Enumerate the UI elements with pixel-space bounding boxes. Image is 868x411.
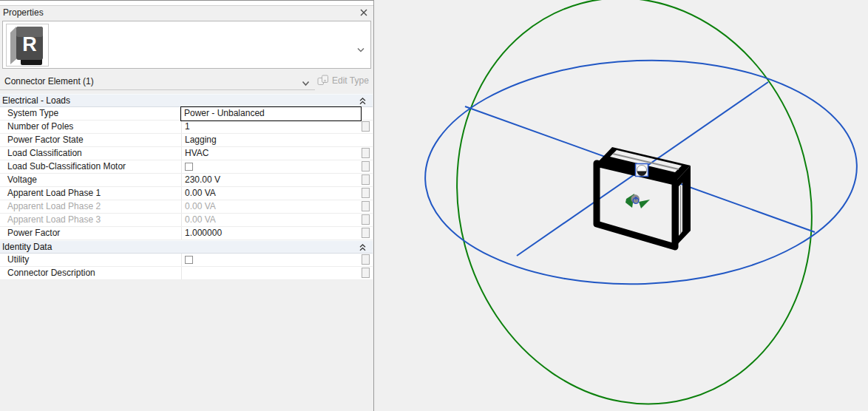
property-label: System Type: [0, 107, 177, 120]
edit-type-button[interactable]: Edit Type: [317, 72, 373, 90]
property-value[interactable]: 0.00 VA: [182, 200, 360, 214]
property-label: Voltage: [0, 174, 177, 186]
property-label: Apparent Load Phase 2: [0, 200, 177, 213]
close-icon[interactable]: [359, 8, 368, 17]
properties-table: Electrical - LoadsSystem TypePower - Unb…: [0, 94, 373, 280]
property-row: Power Factor1.000000: [0, 227, 373, 240]
property-label: Apparent Load Phase 1: [0, 187, 177, 200]
property-label: Load Classification: [0, 147, 177, 160]
svg-text:R: R: [22, 33, 37, 55]
property-label: Apparent Load Phase 3: [0, 214, 177, 226]
connector-box[interactable]: [597, 147, 691, 247]
property-label: Number of Poles: [0, 120, 177, 133]
property-value[interactable]: 230.00 V: [182, 174, 360, 187]
associate-parameter-button[interactable]: [362, 121, 370, 132]
element-selector-row: Connector Element (1) Edit Type: [0, 72, 374, 91]
associate-parameter-button[interactable]: [362, 228, 370, 238]
property-row: Voltage230.00 V: [0, 174, 373, 187]
edit-type-label: Edit Type: [332, 75, 369, 86]
property-value[interactable]: 0.00 VA: [182, 187, 360, 200]
property-value[interactable]: 1: [182, 120, 360, 134]
property-value[interactable]: 0.00 VA: [182, 214, 360, 227]
property-row: Apparent Load Phase 20.00 VA: [0, 200, 373, 214]
rotation-ring-green[interactable]: [412, 0, 856, 411]
divider: [0, 89, 315, 90]
panel-top-strip: [0, 0, 373, 6]
property-label: Power Factor State: [0, 134, 177, 146]
origin-handle[interactable]: [636, 164, 648, 177]
collapse-chevron-icon[interactable]: [359, 98, 366, 105]
edit-type-icon: [317, 75, 329, 86]
associate-parameter-button[interactable]: [362, 214, 370, 225]
panel-title: Properties: [3, 7, 44, 18]
section-title: Electrical - Loads: [2, 95, 70, 106]
associate-parameter-button[interactable]: [362, 188, 370, 198]
chevron-down-icon[interactable]: [357, 42, 365, 55]
property-label: Connector Description: [0, 267, 177, 279]
chevron-down-icon[interactable]: [302, 78, 310, 89]
section-header[interactable]: Identity Data: [0, 240, 373, 254]
viewport-3d[interactable]: [375, 0, 868, 411]
section-title: Identity Data: [2, 242, 52, 252]
property-row: Power Factor StateLagging: [0, 134, 373, 147]
property-row: System TypePower - Unbalanced: [0, 107, 373, 120]
property-value[interactable]: [182, 160, 360, 174]
property-row: Apparent Load Phase 10.00 VA: [0, 187, 373, 200]
property-value[interactable]: [182, 267, 360, 280]
connector-symbol[interactable]: [625, 194, 650, 208]
associate-parameter-button[interactable]: [362, 174, 370, 185]
property-value[interactable]: 1.000000: [182, 227, 360, 240]
property-label: Load Sub-Classification Motor: [0, 160, 177, 173]
property-row: Apparent Load Phase 30.00 VA: [0, 214, 373, 227]
property-value[interactable]: Power - Unbalanced: [181, 107, 361, 120]
type-selector[interactable]: R: [2, 21, 371, 69]
associate-parameter-button[interactable]: [362, 148, 370, 158]
property-row: Number of Poles1: [0, 120, 373, 134]
checkbox[interactable]: [185, 256, 193, 264]
property-row: Utility: [0, 254, 373, 267]
checkbox[interactable]: [185, 163, 193, 171]
properties-panel: Properties R Connector Element (1): [0, 0, 374, 411]
property-row: Connector Description: [0, 267, 373, 280]
collapse-chevron-icon[interactable]: [359, 244, 366, 251]
associate-parameter-button[interactable]: [362, 254, 370, 265]
property-value[interactable]: HVAC: [182, 147, 360, 160]
selected-element-label[interactable]: Connector Element (1): [4, 72, 94, 90]
associate-parameter-button[interactable]: [362, 268, 370, 278]
revit-family-icon: R: [6, 24, 49, 67]
property-label: Utility: [0, 254, 177, 266]
property-value[interactable]: Lagging: [182, 134, 360, 147]
property-row: Load Sub-Classification Motor: [0, 160, 373, 174]
property-value[interactable]: [182, 254, 360, 267]
property-row: Load ClassificationHVAC: [0, 147, 373, 160]
properties-titlebar[interactable]: Properties: [0, 7, 373, 20]
associate-parameter-button[interactable]: [362, 161, 370, 171]
property-label: Power Factor: [0, 227, 177, 240]
associate-parameter-button[interactable]: [362, 201, 370, 211]
section-header[interactable]: Electrical - Loads: [0, 94, 373, 107]
